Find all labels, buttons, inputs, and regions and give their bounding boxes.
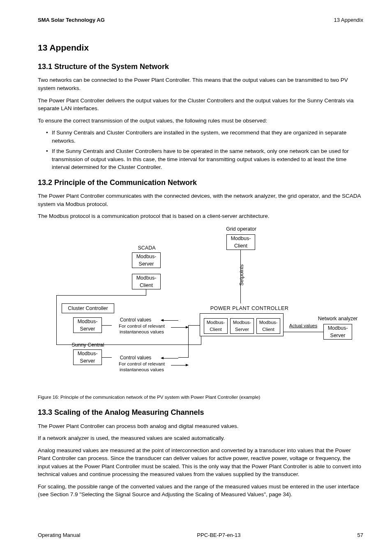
body-text: To ensure the correct transmission of th… [38, 117, 363, 125]
diagram-line [178, 357, 189, 358]
diagram-label-control-values: Control values [111, 354, 160, 361]
footer-doc-type: Operating Manual [38, 532, 80, 539]
diagram-label-network-analyzer: Network analyzer [313, 315, 362, 322]
header-section-ref: 13 Appendix [334, 16, 363, 24]
diagram-box-modbus-server: Modbus- Server [323, 324, 352, 340]
diagram-box-modbus-server: Modbus- Server [73, 349, 102, 365]
diagram-box-modbus-server: Modbus- Server [230, 318, 254, 334]
section-13-1-title: 13.1 Structure of the System Network [38, 61, 363, 72]
diagram-line [56, 295, 146, 296]
diagram-arrow [161, 358, 178, 358]
diagram-label-ppc: POWER PLANT CONTROLLER [202, 305, 297, 312]
diagram-label-for-control: For control of relevant instantaneous va… [111, 324, 173, 335]
diagram-line [188, 325, 189, 357]
list-item: If Sunny Centrals and Cluster Controller… [46, 129, 363, 145]
bullet-list: If Sunny Centrals and Cluster Controller… [38, 129, 363, 171]
diagram-arrow [171, 365, 188, 365]
body-text: The Power Plant Controller delivers the … [38, 97, 363, 113]
figure-caption: Figure 16: Principle of the communicatio… [38, 394, 363, 401]
body-text: The Power Plant Controller communicates … [38, 192, 363, 208]
diagram-label-actual-values: Actual values [286, 322, 321, 329]
body-text: Two networks can be connected to the Pow… [38, 76, 363, 92]
list-item: If the Sunny Centrals and Cluster Contro… [46, 147, 363, 171]
footer-doc-id: PPC-BE-P7-en-13 [197, 532, 240, 539]
diagram-line [102, 357, 112, 358]
body-text: Analog measured values are measured at t… [38, 446, 363, 479]
diagram-line [102, 325, 112, 326]
diagram-label-scada: SCADA [132, 244, 161, 252]
page-footer: Operating Manual PPC-BE-P7-en-13 57 [38, 532, 363, 539]
diagram-line [284, 332, 323, 332]
diagram-box-cluster-controller: Cluster Controller [62, 303, 114, 313]
chapter-title: 13 Appendix [38, 42, 363, 54]
body-text: The Power Plant Controller can process b… [38, 422, 363, 430]
body-text: If a network analyzer is used, the measu… [38, 434, 363, 442]
diagram-line [56, 295, 57, 345]
diagram-arrow [161, 320, 178, 321]
diagram-label-setpoints: Setpoints [238, 263, 245, 286]
diagram-line [146, 289, 146, 295]
diagram-box-modbus-client: Modbus- Client [226, 234, 255, 250]
diagram-box-modbus-client: Modbus- Client [132, 274, 161, 289]
body-text: The Modbus protocol is a communication p… [38, 212, 363, 220]
section-13-3-title: 13.3 Scaling of the Analog Measuring Cha… [38, 407, 363, 418]
communication-network-diagram: Grid operator Modbus- Client Setpoints S… [38, 225, 362, 391]
diagram-label-grid-operator: Grid operator [219, 225, 264, 233]
page-header: SMA Solar Technology AG 13 Appendix [38, 16, 363, 24]
diagram-arrow [171, 327, 188, 328]
diagram-line [201, 336, 201, 345]
diagram-label-for-control: For control of relevant instantaneous va… [111, 361, 173, 373]
body-text: For scaling, the possible range of the c… [38, 483, 363, 499]
diagram-label-control-values: Control values [111, 317, 160, 324]
diagram-box-modbus-client: Modbus- Client [256, 318, 280, 334]
diagram-box-modbus-client: Modbus- Client [204, 318, 228, 334]
diagram-box-modbus-server: Modbus- Server [73, 317, 102, 333]
diagram-box-modbus-server: Modbus- Server [132, 252, 161, 268]
footer-page-number: 57 [357, 532, 363, 539]
header-company: SMA Solar Technology AG [38, 16, 105, 24]
section-13-2-title: 13.2 Principle of the Communication Netw… [38, 177, 363, 188]
diagram-line [188, 325, 200, 326]
diagram-label-sunny-central: Sunny Central [67, 341, 108, 349]
